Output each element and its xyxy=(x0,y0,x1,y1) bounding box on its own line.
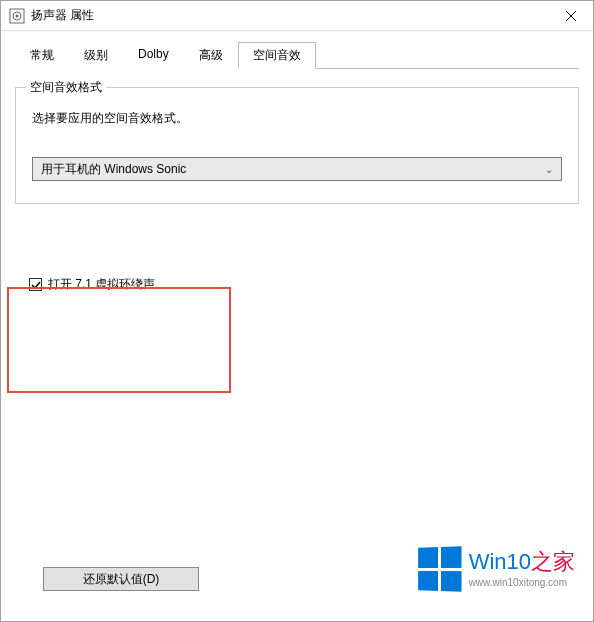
virtual-surround-label: 打开 7.1 虚拟环绕声 xyxy=(48,276,155,293)
tab-dolby[interactable]: Dolby xyxy=(123,42,184,69)
groupbox-title: 空间音效格式 xyxy=(26,79,106,96)
titlebar: 扬声器 属性 xyxy=(1,1,593,31)
virtual-surround-checkbox[interactable] xyxy=(29,278,42,291)
spatial-format-dropdown[interactable]: 用于耳机的 Windows Sonic ⌄ xyxy=(32,157,562,181)
dropdown-selected-value: 用于耳机的 Windows Sonic xyxy=(41,161,186,178)
windows-logo-icon xyxy=(418,546,461,592)
content-area: 常规 级别 Dolby 高级 空间音效 空间音效格式 选择要应用的空间音效格式。… xyxy=(1,31,593,621)
speaker-icon xyxy=(9,8,25,24)
close-button[interactable] xyxy=(548,1,593,31)
tab-advanced[interactable]: 高级 xyxy=(184,42,238,69)
groupbox-description: 选择要应用的空间音效格式。 xyxy=(32,110,562,127)
spatial-format-group: 空间音效格式 选择要应用的空间音效格式。 用于耳机的 Windows Sonic… xyxy=(15,87,579,204)
tab-levels[interactable]: 级别 xyxy=(69,42,123,69)
restore-defaults-button[interactable]: 还原默认值(D) xyxy=(43,567,199,591)
watermark-brand: Win10之家 xyxy=(469,550,575,574)
tab-strip: 常规 级别 Dolby 高级 空间音效 xyxy=(15,41,579,69)
tab-general[interactable]: 常规 xyxy=(15,42,69,69)
annotation-highlight xyxy=(7,287,231,393)
watermark: Win10之家 www.win10xitong.com xyxy=(417,547,575,591)
watermark-text: Win10之家 www.win10xitong.com xyxy=(469,550,575,587)
svg-point-2 xyxy=(16,14,19,17)
properties-window: 扬声器 属性 常规 级别 Dolby 高级 空间音效 空间音效格式 选择要应用的… xyxy=(0,0,594,622)
virtual-surround-row: 打开 7.1 虚拟环绕声 xyxy=(29,276,579,293)
watermark-url: www.win10xitong.com xyxy=(469,577,575,588)
window-title: 扬声器 属性 xyxy=(31,7,94,24)
chevron-down-icon: ⌄ xyxy=(545,164,553,175)
checkmark-icon xyxy=(31,280,41,290)
tab-spatial-sound[interactable]: 空间音效 xyxy=(238,42,316,69)
close-icon xyxy=(566,11,576,21)
